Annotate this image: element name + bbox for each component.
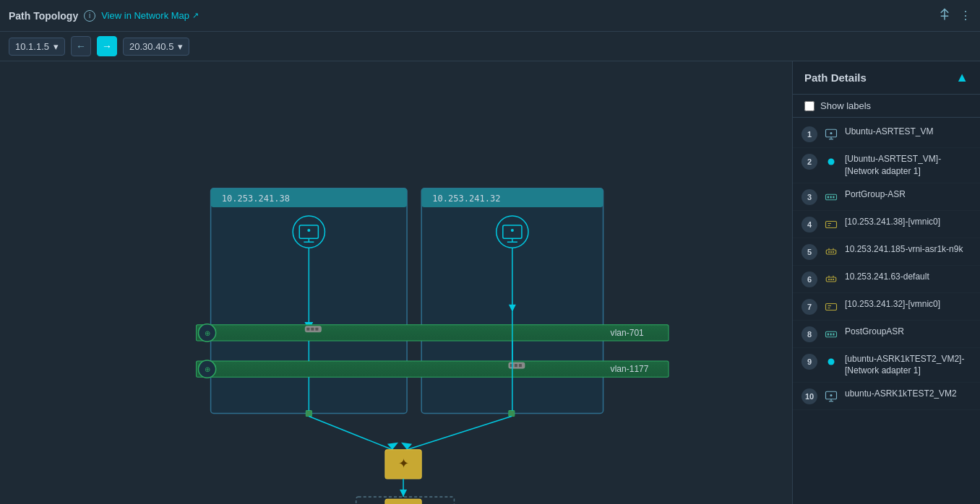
item-icon <box>823 126 839 142</box>
svg-rect-80 <box>828 333 829 335</box>
topology-svg: 10.253.241.38 10.253.241.32 <box>0 61 792 504</box>
item-icon <box>823 299 839 315</box>
item-number: 3 <box>801 189 817 205</box>
panel-title: Path Details <box>804 71 867 84</box>
svg-point-55 <box>830 132 833 134</box>
svg-line-36 <box>407 417 512 450</box>
vlan1177-label: vlan-1177 <box>611 364 649 374</box>
path-item[interactable]: 10 ubuntu-ASRK1kTEST2_VM2 <box>793 383 980 410</box>
collapse-panel-button[interactable]: ▲ <box>955 70 968 85</box>
item-number: 8 <box>801 326 817 342</box>
dest-ip-chevron: ▾ <box>178 41 183 52</box>
svg-marker-42 <box>400 490 407 497</box>
nav-forward-button[interactable]: → <box>97 36 117 56</box>
panel-header: Path Details ▲ <box>793 61 980 95</box>
svg-rect-32 <box>519 364 522 367</box>
more-menu-button[interactable]: ⋮ <box>960 8 971 24</box>
item-icon <box>823 217 839 233</box>
nav-back-button[interactable]: ← <box>71 36 91 56</box>
item-icon <box>823 388 839 404</box>
show-labels-row: Show labels <box>793 95 980 118</box>
path-item[interactable]: 5 10.253.241.185-vrni-asr1k-n9k <box>793 238 980 266</box>
svg-rect-81 <box>830 333 832 335</box>
header-left: Path Topology i View in Network Map ↗ <box>9 10 199 22</box>
svg-point-67 <box>833 251 834 252</box>
path-item[interactable]: 2 [Ubuntu-ASRTEST_VM]-[Network adapter 1… <box>793 148 980 183</box>
node1-ip-label: 10.253.241.38 <box>222 194 290 204</box>
item-icon <box>823 189 839 205</box>
item-label: [10.253.241.32]-[vmnic0] <box>845 298 940 310</box>
svg-point-87 <box>830 394 833 396</box>
item-icon <box>823 271 839 287</box>
header: Path Topology i View in Network Map ↗ ⋮ <box>0 0 980 32</box>
svg-rect-60 <box>833 196 834 198</box>
svg-rect-20 <box>196 361 669 377</box>
svg-point-83 <box>828 358 835 365</box>
svg-point-66 <box>830 251 832 252</box>
item-icon <box>823 244 839 260</box>
path-items-list: 1 Ubuntu-ASRTEST_VM 2 [Ubuntu-ASRTEST_VM… <box>793 118 980 504</box>
item-label: 10.253.241.185-vrni-asr1k-n9k <box>845 243 963 256</box>
source-ip-select[interactable]: 10.1.1.5 ▾ <box>9 38 65 56</box>
svg-point-71 <box>828 278 830 279</box>
svg-rect-28 <box>315 328 318 331</box>
path-item[interactable]: 8 PostGroupASR <box>793 321 980 348</box>
show-labels-checkbox[interactable] <box>804 101 814 111</box>
info-icon[interactable]: i <box>84 10 95 22</box>
main-content: 10.253.241.38 10.253.241.32 <box>0 61 980 504</box>
svg-line-35 <box>309 417 392 450</box>
svg-text:⊕: ⊕ <box>205 329 210 337</box>
item-label: [Ubuntu-ASRTEST_VM]-[Network adapter 1] <box>845 153 971 178</box>
item-icon <box>823 326 839 342</box>
path-item[interactable]: 1 Ubuntu-ASRTEST_VM <box>793 121 980 148</box>
view-in-network-map-link[interactable]: View in Network Map ↗ <box>101 10 199 21</box>
show-labels-label[interactable]: Show labels <box>820 100 871 111</box>
svg-rect-58 <box>828 196 829 198</box>
svg-rect-33 <box>306 410 311 416</box>
svg-rect-76 <box>826 303 837 310</box>
svg-text:✦: ✦ <box>398 456 409 471</box>
svg-point-8 <box>307 229 310 232</box>
item-label: PortGroup-ASR <box>845 188 906 201</box>
vlan701-label: vlan-701 <box>611 328 645 338</box>
header-icons: ⋮ <box>938 8 971 24</box>
source-ip-value: 10.1.1.5 <box>15 41 49 52</box>
svg-point-73 <box>833 278 834 279</box>
item-number: 5 <box>801 244 817 260</box>
path-item[interactable]: 9 [ubuntu-ASRK1kTEST2_VM2]-[Network adap… <box>793 348 980 383</box>
svg-rect-82 <box>833 333 834 335</box>
svg-point-56 <box>828 159 835 165</box>
svg-rect-34 <box>509 410 515 416</box>
svg-text:⊕: ⊕ <box>205 365 210 373</box>
svg-rect-61 <box>826 221 837 227</box>
svg-point-72 <box>830 278 832 279</box>
path-item[interactable]: 7 [10.253.241.32]-[vmnic0] <box>793 293 980 321</box>
svg-point-13 <box>511 229 514 232</box>
item-label: PostGroupASR <box>845 326 904 338</box>
dest-ip-select[interactable]: 20.30.40.5 ▾ <box>123 38 189 56</box>
dest-ip-value: 20.30.40.5 <box>129 41 173 52</box>
page-title: Path Topology <box>9 10 78 22</box>
path-item[interactable]: 6 10.253.241.63-default <box>793 266 980 293</box>
path-item[interactable]: 3 PortGroup-ASR <box>793 183 980 211</box>
item-number: 4 <box>801 217 817 233</box>
svg-rect-59 <box>830 196 832 198</box>
svg-rect-44 <box>385 499 421 504</box>
pin-button[interactable] <box>938 8 951 24</box>
item-number: 6 <box>801 271 817 287</box>
item-number: 2 <box>801 154 817 170</box>
topology-canvas[interactable]: 10.253.241.38 10.253.241.32 <box>0 61 792 504</box>
svg-rect-27 <box>311 328 314 331</box>
item-icon <box>823 354 839 370</box>
item-number: 1 <box>801 126 817 142</box>
toolbar: 10.1.1.5 ▾ ← → 20.30.40.5 ▾ <box>0 32 980 61</box>
item-label: [ubuntu-ASRK1kTEST2_VM2]-[Network adapte… <box>845 353 971 378</box>
item-label: Ubuntu-ASRTEST_VM <box>845 126 934 138</box>
item-label: [10.253.241.38]-[vmnic0] <box>845 216 940 228</box>
node2-ip-label: 10.253.241.32 <box>432 194 500 204</box>
item-label: 10.253.241.63-default <box>845 271 929 283</box>
item-label: ubuntu-ASRK1kTEST2_VM2 <box>845 388 957 400</box>
path-item[interactable]: 4 [10.253.241.38]-[vmnic0] <box>793 211 980 238</box>
right-panel: Path Details ▲ Show labels 1 Ubuntu-ASRT… <box>792 61 980 504</box>
svg-rect-26 <box>306 328 309 331</box>
